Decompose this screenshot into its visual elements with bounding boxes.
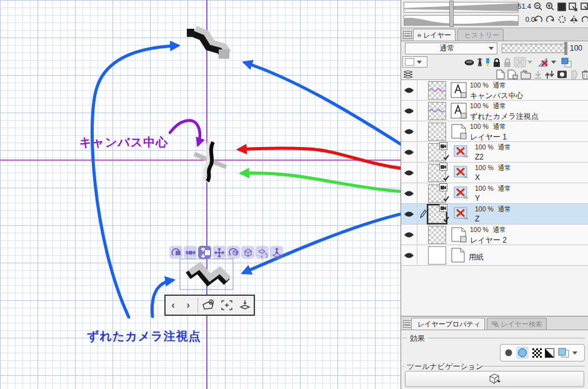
drop-to-ground-button[interactable] [236, 300, 254, 311]
layer-thumbnail[interactable] [428, 123, 446, 141]
layer-search-icon [491, 320, 499, 328]
right-panel: 51.4 0.0 レイヤー [401, 0, 588, 389]
ruler-snap-dropdown[interactable] [537, 57, 559, 68]
lock-layer-icon[interactable] [492, 58, 501, 68]
expression-color-icon[interactable] [558, 348, 569, 358]
next-object-button[interactable]: › [181, 296, 196, 314]
layer-row-camera-point[interactable]: 100 %通常 ずれたカメラ注視点 [401, 101, 588, 121]
flip-horizontal-icon[interactable] [569, 15, 579, 24]
opacity-slider[interactable] [502, 44, 567, 53]
tool-navigation-button[interactable] [405, 371, 584, 387]
layer-name: レイヤー 2 [470, 235, 507, 246]
layer-name: 用紙 [469, 252, 484, 263]
text-layer-icon [451, 82, 467, 101]
blend-mode-dropdown[interactable]: 通常 [405, 43, 497, 54]
layer-row-layer2[interactable]: 100 %通常 レイヤー 2 [401, 225, 588, 245]
new-folder-icon[interactable] [521, 70, 531, 79]
layer-thumbnail[interactable] [428, 81, 446, 99]
layer-thumbnail[interactable] [428, 102, 446, 120]
object-rotate-icon[interactable] [227, 246, 240, 259]
visibility-eye-icon[interactable] [401, 245, 417, 265]
zoom-out-icon[interactable] [534, 2, 543, 11]
tab-layer-search[interactable]: レイヤー検索 [487, 318, 547, 330]
layer-thumbnail[interactable] [428, 226, 446, 244]
palette-color-swatch [405, 58, 414, 66]
border-effect-on-icon[interactable] [516, 346, 529, 359]
delete-layer-icon[interactable] [581, 69, 588, 79]
fit-to-screen-icon[interactable] [557, 3, 566, 11]
print-size-icon[interactable] [581, 3, 588, 11]
3d-camera-badge-icon [439, 204, 447, 212]
fit-view-button[interactable] [218, 300, 236, 311]
new-vector-layer-icon[interactable] [507, 69, 518, 79]
enable-mask-dropdown[interactable] [514, 57, 536, 68]
layer-row-y[interactable]: 100 %通常 Y [401, 183, 588, 204]
tab-layer-property[interactable]: レイヤープロパティ [411, 318, 485, 330]
layer-row-layer1[interactable]: 100 %通常 レイヤー 1 [401, 121, 588, 142]
blue-arrow-left-loop [92, 46, 177, 317]
prev-object-button[interactable]: ‹ [166, 296, 181, 314]
slider-handle[interactable] [449, 1, 454, 27]
zoom-slider-wedge [404, 3, 518, 12]
rotate-left-icon[interactable] [534, 15, 543, 24]
camera-zoom-icon[interactable] [198, 246, 211, 259]
visibility-eye-icon[interactable] [401, 204, 417, 224]
chevron-down-icon[interactable] [572, 351, 577, 355]
camera-angle-button[interactable] [200, 299, 218, 311]
link-canvas-icon[interactable] [561, 58, 572, 68]
camera-pan-icon[interactable] [184, 246, 197, 259]
visibility-eye-icon[interactable] [401, 80, 417, 100]
visibility-eye-icon[interactable] [401, 101, 417, 121]
3d-layer-thumbnail[interactable] [428, 184, 446, 203]
transfer-down-icon[interactable] [534, 70, 542, 79]
palette-color-dropdown[interactable] [402, 56, 427, 68]
reset-rotation-icon[interactable] [557, 15, 567, 24]
3d-layer-thumbnail[interactable] [428, 205, 446, 223]
draft-layer-icon[interactable] [485, 58, 491, 68]
layer-row-canvas-center[interactable]: 100 %通常 キャンバス中心 [401, 80, 588, 101]
create-mask-icon[interactable] [557, 70, 567, 79]
3d-layer-thumbnail[interactable] [428, 143, 446, 161]
reset-view-icon[interactable] [581, 15, 588, 24]
rotate-right-icon[interactable] [546, 15, 555, 24]
merge-down-icon[interactable] [545, 70, 554, 79]
object-rotate-3d-icon[interactable] [241, 246, 254, 259]
layer-row-z2[interactable]: 100 %通常 Z2 [401, 142, 588, 163]
border-effect-icon[interactable] [504, 348, 513, 357]
layer-color-icon[interactable] [545, 348, 554, 358]
paper-thumbnail[interactable] [428, 246, 446, 265]
new-raster-layer-icon[interactable] [496, 69, 505, 79]
actual-size-icon[interactable] [569, 3, 578, 11]
zoom-in-icon[interactable] [546, 2, 555, 11]
3d-layer-thumbnail[interactable] [428, 164, 446, 182]
lock-transparent-icon[interactable] [503, 58, 512, 68]
layer-row-z-selected[interactable]: 100 %通常 Z [401, 204, 588, 225]
tone-effect-icon[interactable] [532, 348, 542, 358]
panel-menu-icon[interactable] [403, 31, 412, 39]
tab-history[interactable]: ヒストリー [457, 29, 504, 41]
layer-row-paper[interactable]: 用紙 [401, 245, 588, 266]
zoom-slider[interactable] [404, 2, 519, 13]
object-ground-icon[interactable] [270, 246, 283, 259]
clip-to-layer-icon[interactable] [464, 59, 475, 66]
visibility-eye-icon[interactable] [401, 121, 417, 141]
opacity-slider-handle[interactable] [564, 42, 567, 55]
camera-rotate-icon[interactable] [169, 246, 182, 259]
rotate-slider[interactable] [404, 15, 519, 26]
object-move-icon[interactable] [212, 246, 226, 259]
panel-menu-icon[interactable] [403, 320, 412, 328]
canvas-viewport[interactable]: キャンバス中心 ずれたカメラ注視点 ‹ › [0, 0, 401, 389]
visibility-eye-icon[interactable] [401, 225, 417, 245]
apply-mask-icon[interactable] [570, 70, 579, 79]
visibility-eye-icon[interactable] [401, 183, 417, 203]
fold-layers-icon[interactable] [403, 69, 413, 79]
tab-layers[interactable]: レイヤー [413, 29, 456, 41]
reference-layer-icon[interactable] [477, 58, 483, 67]
object-scale-icon[interactable] [256, 246, 269, 259]
opacity-value: 100 [570, 44, 582, 53]
layer-row-x[interactable]: 100 %通常 X [401, 163, 588, 183]
visibility-eye-icon[interactable] [401, 142, 417, 162]
blend-row: 通常 100 [401, 41, 588, 56]
layer-name: キャンバス中心 [470, 91, 523, 101]
visibility-eye-icon[interactable] [401, 163, 417, 183]
